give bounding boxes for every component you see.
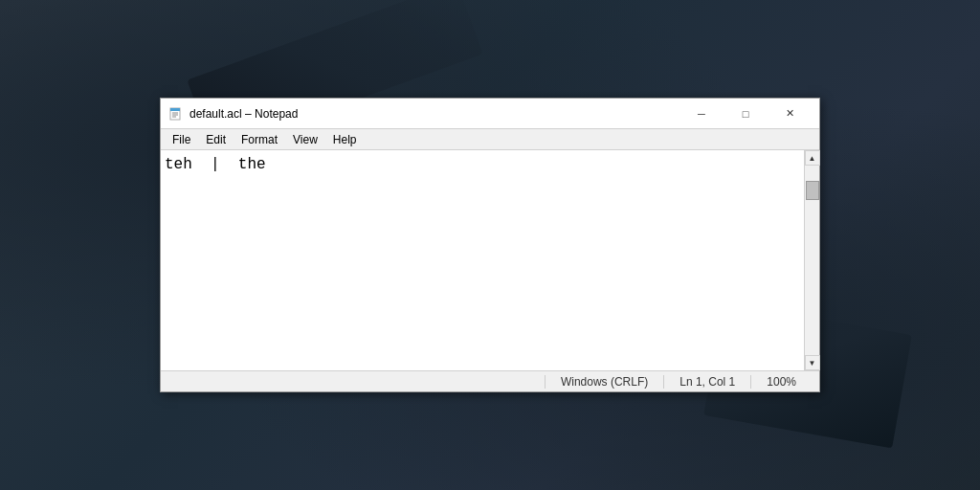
menu-format[interactable]: Format [234,131,285,148]
svg-rect-1 [170,108,180,111]
minimize-button[interactable]: ─ [679,99,724,129]
title-bar: default.acl – Notepad ─ □ ✕ [161,99,819,129]
menu-help[interactable]: Help [325,131,365,148]
content-area: teh | the ▲ ▼ [161,150,819,370]
maximize-button[interactable]: □ [724,99,768,129]
text-editor[interactable]: teh | the [161,150,804,370]
scroll-up-arrow[interactable]: ▲ [805,150,820,166]
close-button[interactable]: ✕ [768,99,812,129]
zoom-status: 100% [750,375,812,389]
menu-view[interactable]: View [285,131,325,148]
scrollbar: ▲ ▼ [804,150,819,370]
scroll-down-arrow[interactable]: ▼ [805,355,820,370]
menu-file[interactable]: File [165,131,198,148]
cursor-position-status: Ln 1, Col 1 [663,375,750,389]
window-title: default.acl – Notepad [189,107,679,121]
menu-bar: File Edit Format View Help [161,129,819,150]
status-bar: Windows (CRLF) Ln 1, Col 1 100% [161,370,819,391]
app-icon [168,106,184,122]
notepad-window: default.acl – Notepad ─ □ ✕ File Edit Fo… [160,98,820,392]
scrollbar-thumb[interactable] [806,181,819,200]
menu-edit[interactable]: Edit [198,131,234,148]
window-controls: ─ □ ✕ [679,99,812,129]
line-ending-status: Windows (CRLF) [545,375,663,389]
